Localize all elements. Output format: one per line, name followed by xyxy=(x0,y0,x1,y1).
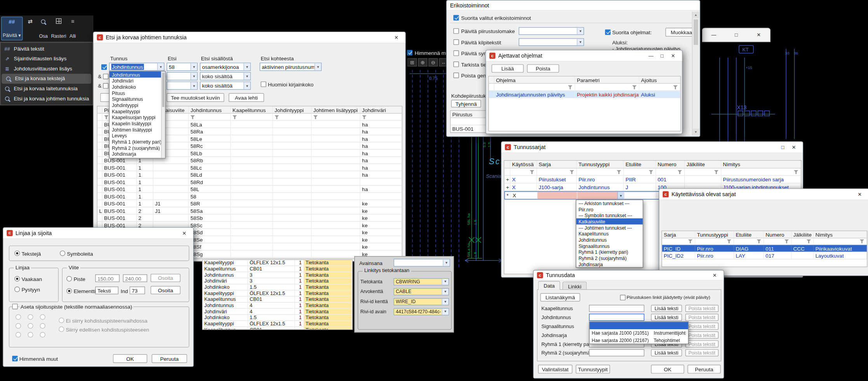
col-header[interactable]: Sarja xyxy=(537,161,577,168)
menu-item-paivita-tekstit[interactable]: ##Päivitä tekstit xyxy=(0,44,92,54)
table-row[interactable]: Kaapelityyppi ÖLFLEX 12x1.5 1 Tietokanta xyxy=(203,290,352,297)
col-header[interactable]: Sarja xyxy=(662,231,695,238)
filter-funnel-icon[interactable] xyxy=(313,114,318,119)
toolbar-alli-button[interactable]: ≡ Alli xyxy=(68,17,77,40)
scroll-up-icon[interactable]: ▲ xyxy=(693,12,699,18)
table-row[interactable]: Johdinkoko 1.5 1 Tietokanta xyxy=(203,315,352,321)
close-icon[interactable]: ✕ xyxy=(753,31,764,39)
option-select[interactable]: ▼ xyxy=(519,27,584,35)
table-row[interactable]: Kaapelitunnus CB01 1 Tietokanta xyxy=(203,266,352,272)
sarja-edit-cell[interactable] xyxy=(538,192,578,199)
filter-funnel-icon[interactable] xyxy=(569,169,575,174)
dropdown-item[interactable]: Leveys xyxy=(110,132,165,139)
criteria1-checkbox[interactable] xyxy=(101,64,107,70)
filter-funnel-icon[interactable] xyxy=(232,114,238,119)
scroll-down-icon[interactable]: ▼ xyxy=(693,128,699,135)
col-header[interactable]: Johdinväri xyxy=(360,106,402,113)
filter-funnel-icon[interactable] xyxy=(617,169,622,174)
table-row[interactable]: Johdintunnus 4 1 Tietokanta xyxy=(203,303,352,309)
table-row[interactable]: Kaapelityyppi ÖLFLEX 12x1.5 1 Tietokanta xyxy=(203,260,352,266)
filter-funnel-icon[interactable] xyxy=(673,84,678,90)
zoom-out-icon[interactable]: ⊖ xyxy=(428,58,438,67)
anchor-radio[interactable] xyxy=(28,323,33,328)
col-header[interactable]: Nimitys xyxy=(721,161,801,168)
filter-funnel-icon[interactable] xyxy=(860,239,865,244)
poista-tekstit-button[interactable]: Poista tekstit xyxy=(685,332,718,339)
etsi-input[interactable]: 58▼ xyxy=(167,63,198,71)
table-row[interactable]: Kaapelitunnus CB01 Tietokanta xyxy=(203,327,352,330)
anchor-radio[interactable] xyxy=(28,314,33,320)
close-icon[interactable]: ✕ xyxy=(391,33,402,41)
filter-funnel-icon[interactable] xyxy=(784,239,789,244)
poista-tekstit-button[interactable]: Poista tekstit xyxy=(685,340,718,348)
filter-funnel-icon[interactable] xyxy=(362,114,367,119)
close-icon[interactable]: ✕ xyxy=(179,229,190,237)
col-header[interactable]: Tunnustyyppi xyxy=(695,231,734,238)
table-row[interactable]: BUS-001 1 58Ld ha xyxy=(98,171,402,179)
dialog-scrollbar[interactable]: ▲ ▼ xyxy=(692,12,699,135)
ind-field[interactable]: 73 xyxy=(129,286,145,294)
filter-funnel-icon[interactable] xyxy=(757,239,762,244)
field-select[interactable]: CBWIRING▼ xyxy=(394,278,449,285)
table-row[interactable]: BUS-001 1 58L ha xyxy=(98,186,402,193)
avainsana-select[interactable]: ▼ xyxy=(394,259,450,267)
dropdown-item[interactable]: Signaalitunnus xyxy=(110,96,165,102)
criteria2-checkbox[interactable] xyxy=(103,74,108,79)
menu-item-etsi-tekstit[interactable]: Etsi ja korvaa tekstejä xyxy=(2,74,91,84)
field-select[interactable]: WIRE_ID▼ xyxy=(394,298,449,305)
tunnus-select[interactable]: Johdintunnus▼ xyxy=(109,63,164,71)
piste-radio[interactable] xyxy=(66,276,72,281)
anchor-radio[interactable] xyxy=(16,323,21,328)
dialog-titlebar[interactable]: c Käytettävissä olevat sarjat ✕ xyxy=(659,189,868,200)
dropdown-item[interactable]: Johdinväri xyxy=(110,77,165,84)
table-row[interactable]: Johdinväri 3 1 Tietokanta xyxy=(203,278,352,284)
anchor-radio[interactable] xyxy=(28,332,33,337)
ei-siirry-radio[interactable] xyxy=(59,318,64,323)
valintalistat-button[interactable]: Valintalistat xyxy=(538,365,572,374)
dropdown-item[interactable]: Piir.nro xyxy=(576,206,643,212)
table-row[interactable]: BUS-001 1 58Lc ha xyxy=(98,164,402,172)
dropdown-item[interactable]: Kaapelisuojan tyyppi xyxy=(110,114,165,120)
table-row[interactable]: BUS-001 2 58Sb ke xyxy=(98,214,402,222)
dropdown-item[interactable]: Johdinsarja xyxy=(576,261,643,267)
lisaa-teksti-button[interactable]: Lisää teksti xyxy=(651,314,682,321)
aseta-checkbox[interactable] xyxy=(12,304,17,309)
run-selected-checkbox[interactable] xyxy=(453,15,459,20)
filter-funnel-icon[interactable] xyxy=(678,169,683,174)
kohde-select[interactable]: aktiivinen piirustusnum...▼ xyxy=(260,63,321,71)
elementti-type-field[interactable]: Teksti xyxy=(95,286,119,294)
menu-item-johdotusviittaukset[interactable]: ≣Johdotusviittausten lisäys xyxy=(0,64,92,74)
dropdown-item[interactable]: Johdinsarja xyxy=(110,151,165,157)
table-row[interactable]: PIC_ID Piir.nro DIAG 011 CCC Piirikaavio… xyxy=(662,245,867,252)
col-header[interactable]: Numero xyxy=(656,161,685,168)
col-header[interactable]: Etuliite xyxy=(734,231,764,238)
minimize-icon[interactable]: — xyxy=(646,51,657,60)
sisalto2-select[interactable]: koko sisältöä▼ xyxy=(200,72,251,80)
table-row[interactable]: Kaapelityyppi ÖLFLEX 12x1.5 1 Tietokanta xyxy=(203,321,352,327)
col-header[interactable]: Jälkiliite xyxy=(685,161,721,168)
tyhjenna-button[interactable]: Tyhjennä xyxy=(451,100,481,107)
lisaa-teksti-button[interactable]: Lisää teksti xyxy=(651,305,682,312)
close-icon[interactable]: ✕ xyxy=(709,271,720,279)
col-header[interactable]: Käytössä xyxy=(510,161,537,168)
filter-funnel-icon[interactable] xyxy=(632,84,637,90)
tab-linkki[interactable]: Linkki xyxy=(562,281,587,290)
filter-funnel-icon[interactable] xyxy=(714,169,719,174)
field-select[interactable]: CABLE▼ xyxy=(394,288,449,295)
table-row[interactable]: BUS-001 1 58Rd xyxy=(98,179,402,186)
tunnustyypit-button[interactable]: Tunnustyypit xyxy=(576,365,610,374)
option-checkbox[interactable] xyxy=(453,51,459,56)
piste-y-field[interactable]: 240.00 xyxy=(123,274,147,282)
poista-tekstit-button[interactable]: Poista tekstit xyxy=(685,314,718,321)
option-checkbox[interactable] xyxy=(453,28,459,34)
filter-funnel-icon[interactable] xyxy=(274,114,279,119)
toolbar-osa-button[interactable]: Osa xyxy=(38,17,49,40)
dropdown-item[interactable] xyxy=(590,322,688,329)
vaakaan-radio[interactable] xyxy=(14,276,20,281)
toolbar-swap-button[interactable]: ⇄ xyxy=(24,17,37,40)
dropdown-item[interactable]: Ryhmä 1 (kierretty pari) xyxy=(110,139,165,145)
minimize-icon[interactable]: — xyxy=(708,31,719,39)
filter-funnel-icon[interactable] xyxy=(190,114,196,119)
field-input[interactable] xyxy=(589,314,644,321)
teksteja-radio[interactable] xyxy=(14,251,20,256)
